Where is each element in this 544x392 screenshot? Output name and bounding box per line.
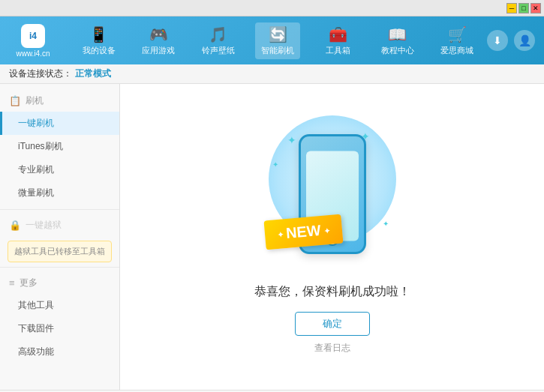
toolbox-label: 工具箱	[326, 45, 350, 56]
apps-games-icon: 🎮	[149, 25, 168, 43]
star-3: ✦	[272, 160, 278, 169]
nav-item-apps-games[interactable]: 🎮 应用游戏	[136, 22, 181, 59]
star-4: ✦	[383, 220, 389, 228]
more-section-label: 更多	[20, 277, 38, 289]
sidebar-divider-2	[0, 267, 119, 268]
flash-section-icon: 📋	[9, 95, 21, 106]
help-link[interactable]: 查看日志	[314, 342, 350, 355]
minimize-button[interactable]: ─	[506, 3, 517, 13]
status-value: 正常模式	[75, 67, 111, 80]
star-2: ✦	[361, 130, 370, 142]
nav-item-smart-flash[interactable]: 🔄 智能刷机	[255, 22, 300, 59]
sidebar-section-more-title: ≡ 更多	[0, 272, 119, 294]
logo-text: www.i4.cn	[16, 49, 50, 58]
maximize-button[interactable]: □	[518, 3, 529, 13]
main-layout: 📋 刷机 一键刷机 iTunes刷机 专业刷机 微量刷机 🔒 一键越狱 越狱工具…	[0, 84, 544, 390]
status-label: 设备连接状态：	[9, 67, 72, 80]
header-right: ⬇ 👤	[487, 30, 535, 51]
ringtones-icon: 🎵	[209, 25, 227, 43]
nav-items: 📱 我的设备 🎮 应用游戏 🎵 铃声壁纸 🔄 智能刷机 🧰 工具箱 📖 教程中心…	[69, 22, 487, 59]
jailbreak-section-label: 一键越狱	[26, 219, 62, 232]
nav-item-shop[interactable]: 🛒 爱思商城	[434, 22, 479, 59]
toolbox-icon: 🧰	[329, 25, 347, 43]
apps-games-label: 应用游戏	[142, 45, 175, 56]
sidebar-item-itunes-flash[interactable]: iTunes刷机	[0, 135, 119, 158]
status-bar: 设备连接状态： 正常模式	[0, 64, 544, 84]
nav-item-ringtones[interactable]: 🎵 铃声壁纸	[196, 22, 241, 59]
close-button[interactable]: ✕	[530, 3, 541, 13]
phone-illustration: ✦ ✦ ✦ ✦ NEW	[257, 119, 407, 269]
lock-icon: 🔒	[9, 220, 21, 231]
my-device-label: 我的设备	[83, 45, 116, 56]
sidebar-item-download-firmware[interactable]: 下载固件	[0, 317, 119, 340]
jailbreak-info-box: 越狱工具已转移至工具箱	[8, 241, 112, 262]
nav-item-tutorials[interactable]: 📖 教程中心	[375, 22, 420, 59]
logo[interactable]: i4 www.i4.cn	[9, 24, 57, 58]
sidebar-divider-1	[0, 209, 119, 210]
content-area: ✦ ✦ ✦ ✦ NEW 恭喜您，保资料刷机成功啦！ 确定 查看日志	[120, 84, 544, 390]
nav-item-toolbox[interactable]: 🧰 工具箱	[315, 22, 360, 59]
smart-flash-icon: 🔄	[269, 25, 287, 43]
download-button[interactable]: ⬇	[487, 30, 508, 51]
sidebar-item-micro-flash[interactable]: 微量刷机	[0, 181, 119, 205]
shop-label: 爱思商城	[440, 45, 473, 56]
sidebar-item-pro-flash[interactable]: 专业刷机	[0, 158, 119, 181]
header: i4 www.i4.cn 📱 我的设备 🎮 应用游戏 🎵 铃声壁纸 🔄 智能刷机…	[0, 16, 544, 64]
more-section-icon: ≡	[9, 277, 15, 289]
my-device-icon: 📱	[89, 25, 108, 43]
flash-section-label: 刷机	[26, 94, 44, 107]
logo-icon: i4	[21, 24, 45, 48]
user-button[interactable]: 👤	[514, 30, 535, 51]
confirm-button[interactable]: 确定	[295, 312, 370, 336]
sidebar-section-jailbreak-title: 🔒 一键越狱	[0, 214, 119, 236]
shop-icon: 🛒	[448, 25, 467, 43]
success-text: 恭喜您，保资料刷机成功啦！	[254, 284, 410, 300]
sidebar-item-advanced[interactable]: 高级功能	[0, 340, 119, 364]
tutorials-label: 教程中心	[381, 45, 414, 56]
star-1: ✦	[287, 134, 296, 146]
sidebar-item-one-click-flash[interactable]: 一键刷机	[0, 112, 119, 135]
smart-flash-label: 智能刷机	[261, 45, 294, 56]
ringtones-label: 铃声壁纸	[202, 45, 235, 56]
sidebar-item-other-tools[interactable]: 其他工具	[0, 294, 119, 317]
tutorials-icon: 📖	[388, 25, 407, 43]
nav-item-my-device[interactable]: 📱 我的设备	[77, 22, 122, 59]
sidebar: 📋 刷机 一键刷机 iTunes刷机 专业刷机 微量刷机 🔒 一键越狱 越狱工具…	[0, 84, 120, 390]
title-bar: ─ □ ✕	[0, 0, 544, 16]
sidebar-section-flash-title: 📋 刷机	[0, 90, 119, 112]
